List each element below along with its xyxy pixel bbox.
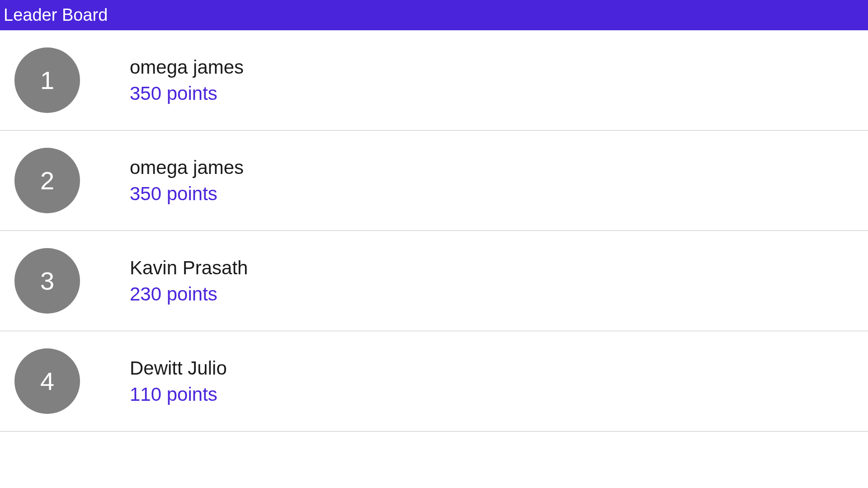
- rank-number: 2: [40, 166, 54, 195]
- rank-number: 3: [40, 266, 54, 296]
- player-name: Dewitt Julio: [130, 357, 227, 379]
- rank-number: 4: [40, 366, 54, 396]
- rank-badge: 3: [14, 248, 80, 314]
- player-points: 230 points: [130, 283, 248, 305]
- rank-badge: 2: [14, 148, 80, 213]
- rank-badge: 4: [14, 348, 80, 414]
- player-name: omega james: [130, 157, 244, 178]
- list-item[interactable]: 3 Kavin Prasath 230 points: [0, 231, 868, 331]
- player-points: 350 points: [130, 83, 244, 104]
- list-item[interactable]: 4 Dewitt Julio 110 points: [0, 331, 868, 432]
- player-points: 110 points: [130, 384, 227, 405]
- item-content: Dewitt Julio 110 points: [130, 357, 227, 405]
- page-title: Leader Board: [4, 5, 108, 24]
- rank-number: 1: [40, 66, 54, 95]
- list-item[interactable]: 1 omega james 350 points: [0, 30, 868, 131]
- player-name: omega james: [130, 56, 244, 78]
- page-header: Leader Board: [0, 0, 868, 30]
- item-content: omega james 350 points: [130, 56, 244, 104]
- item-content: Kavin Prasath 230 points: [130, 257, 248, 305]
- player-points: 350 points: [130, 183, 244, 205]
- leaderboard-list: 1 omega james 350 points 2 omega james 3…: [0, 30, 868, 432]
- player-name: Kavin Prasath: [130, 257, 248, 279]
- list-item[interactable]: 2 omega james 350 points: [0, 131, 868, 231]
- rank-badge: 1: [14, 47, 80, 113]
- item-content: omega james 350 points: [130, 157, 244, 205]
